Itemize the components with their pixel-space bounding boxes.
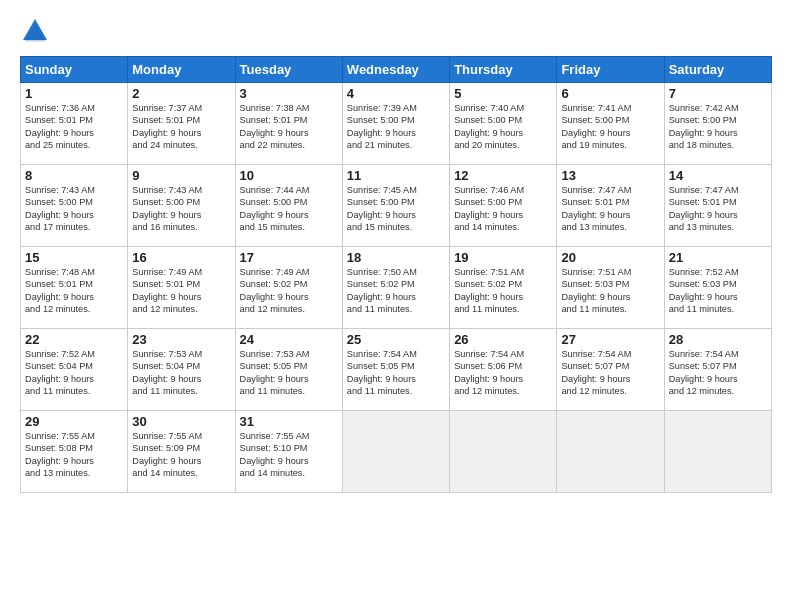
calendar-day-cell: 30Sunrise: 7:55 AM Sunset: 5:09 PM Dayli… — [128, 411, 235, 493]
calendar-day-cell: 3Sunrise: 7:38 AM Sunset: 5:01 PM Daylig… — [235, 83, 342, 165]
calendar-day-cell: 11Sunrise: 7:45 AM Sunset: 5:00 PM Dayli… — [342, 165, 449, 247]
day-number: 31 — [240, 414, 338, 429]
calendar-day-cell: 5Sunrise: 7:40 AM Sunset: 5:00 PM Daylig… — [450, 83, 557, 165]
day-number: 8 — [25, 168, 123, 183]
calendar-day-cell: 25Sunrise: 7:54 AM Sunset: 5:05 PM Dayli… — [342, 329, 449, 411]
weekday-header: Friday — [557, 57, 664, 83]
day-info: Sunrise: 7:44 AM Sunset: 5:00 PM Dayligh… — [240, 184, 338, 234]
day-info: Sunrise: 7:55 AM Sunset: 5:09 PM Dayligh… — [132, 430, 230, 480]
calendar-week-row: 1Sunrise: 7:36 AM Sunset: 5:01 PM Daylig… — [21, 83, 772, 165]
day-number: 2 — [132, 86, 230, 101]
calendar-day-cell: 6Sunrise: 7:41 AM Sunset: 5:00 PM Daylig… — [557, 83, 664, 165]
day-number: 25 — [347, 332, 445, 347]
page: SundayMondayTuesdayWednesdayThursdayFrid… — [0, 0, 792, 612]
calendar-day-cell: 1Sunrise: 7:36 AM Sunset: 5:01 PM Daylig… — [21, 83, 128, 165]
weekday-header: Sunday — [21, 57, 128, 83]
calendar-day-cell: 7Sunrise: 7:42 AM Sunset: 5:00 PM Daylig… — [664, 83, 771, 165]
calendar-day-cell: 18Sunrise: 7:50 AM Sunset: 5:02 PM Dayli… — [342, 247, 449, 329]
day-number: 26 — [454, 332, 552, 347]
day-info: Sunrise: 7:51 AM Sunset: 5:02 PM Dayligh… — [454, 266, 552, 316]
day-number: 16 — [132, 250, 230, 265]
day-number: 15 — [25, 250, 123, 265]
calendar-day-cell: 29Sunrise: 7:55 AM Sunset: 5:08 PM Dayli… — [21, 411, 128, 493]
day-number: 22 — [25, 332, 123, 347]
day-number: 11 — [347, 168, 445, 183]
day-info: Sunrise: 7:38 AM Sunset: 5:01 PM Dayligh… — [240, 102, 338, 152]
day-info: Sunrise: 7:49 AM Sunset: 5:02 PM Dayligh… — [240, 266, 338, 316]
calendar-day-cell: 21Sunrise: 7:52 AM Sunset: 5:03 PM Dayli… — [664, 247, 771, 329]
day-number: 29 — [25, 414, 123, 429]
calendar-week-row: 22Sunrise: 7:52 AM Sunset: 5:04 PM Dayli… — [21, 329, 772, 411]
calendar-header-row: SundayMondayTuesdayWednesdayThursdayFrid… — [21, 57, 772, 83]
day-number: 30 — [132, 414, 230, 429]
day-info: Sunrise: 7:36 AM Sunset: 5:01 PM Dayligh… — [25, 102, 123, 152]
calendar-day-cell: 24Sunrise: 7:53 AM Sunset: 5:05 PM Dayli… — [235, 329, 342, 411]
day-number: 6 — [561, 86, 659, 101]
weekday-header: Monday — [128, 57, 235, 83]
day-info: Sunrise: 7:42 AM Sunset: 5:00 PM Dayligh… — [669, 102, 767, 152]
day-number: 1 — [25, 86, 123, 101]
calendar-week-row: 8Sunrise: 7:43 AM Sunset: 5:00 PM Daylig… — [21, 165, 772, 247]
calendar-day-cell: 16Sunrise: 7:49 AM Sunset: 5:01 PM Dayli… — [128, 247, 235, 329]
calendar-day-cell — [557, 411, 664, 493]
calendar-day-cell: 28Sunrise: 7:54 AM Sunset: 5:07 PM Dayli… — [664, 329, 771, 411]
calendar-day-cell: 17Sunrise: 7:49 AM Sunset: 5:02 PM Dayli… — [235, 247, 342, 329]
day-number: 7 — [669, 86, 767, 101]
day-info: Sunrise: 7:41 AM Sunset: 5:00 PM Dayligh… — [561, 102, 659, 152]
weekday-header: Thursday — [450, 57, 557, 83]
day-info: Sunrise: 7:55 AM Sunset: 5:08 PM Dayligh… — [25, 430, 123, 480]
day-number: 19 — [454, 250, 552, 265]
day-info: Sunrise: 7:51 AM Sunset: 5:03 PM Dayligh… — [561, 266, 659, 316]
day-info: Sunrise: 7:50 AM Sunset: 5:02 PM Dayligh… — [347, 266, 445, 316]
day-info: Sunrise: 7:54 AM Sunset: 5:06 PM Dayligh… — [454, 348, 552, 398]
calendar-day-cell: 9Sunrise: 7:43 AM Sunset: 5:00 PM Daylig… — [128, 165, 235, 247]
day-number: 28 — [669, 332, 767, 347]
day-number: 5 — [454, 86, 552, 101]
day-info: Sunrise: 7:48 AM Sunset: 5:01 PM Dayligh… — [25, 266, 123, 316]
day-info: Sunrise: 7:46 AM Sunset: 5:00 PM Dayligh… — [454, 184, 552, 234]
day-info: Sunrise: 7:45 AM Sunset: 5:00 PM Dayligh… — [347, 184, 445, 234]
day-info: Sunrise: 7:49 AM Sunset: 5:01 PM Dayligh… — [132, 266, 230, 316]
calendar-day-cell: 4Sunrise: 7:39 AM Sunset: 5:00 PM Daylig… — [342, 83, 449, 165]
calendar-day-cell: 15Sunrise: 7:48 AM Sunset: 5:01 PM Dayli… — [21, 247, 128, 329]
calendar-day-cell — [342, 411, 449, 493]
weekday-header: Tuesday — [235, 57, 342, 83]
calendar-day-cell: 2Sunrise: 7:37 AM Sunset: 5:01 PM Daylig… — [128, 83, 235, 165]
day-info: Sunrise: 7:40 AM Sunset: 5:00 PM Dayligh… — [454, 102, 552, 152]
calendar-day-cell: 10Sunrise: 7:44 AM Sunset: 5:00 PM Dayli… — [235, 165, 342, 247]
day-info: Sunrise: 7:54 AM Sunset: 5:07 PM Dayligh… — [669, 348, 767, 398]
calendar-day-cell: 23Sunrise: 7:53 AM Sunset: 5:04 PM Dayli… — [128, 329, 235, 411]
day-number: 23 — [132, 332, 230, 347]
logo-icon — [20, 16, 50, 46]
day-number: 20 — [561, 250, 659, 265]
day-number: 24 — [240, 332, 338, 347]
calendar-day-cell: 13Sunrise: 7:47 AM Sunset: 5:01 PM Dayli… — [557, 165, 664, 247]
day-number: 12 — [454, 168, 552, 183]
day-info: Sunrise: 7:53 AM Sunset: 5:05 PM Dayligh… — [240, 348, 338, 398]
day-info: Sunrise: 7:47 AM Sunset: 5:01 PM Dayligh… — [669, 184, 767, 234]
day-info: Sunrise: 7:52 AM Sunset: 5:03 PM Dayligh… — [669, 266, 767, 316]
day-number: 14 — [669, 168, 767, 183]
calendar-day-cell: 26Sunrise: 7:54 AM Sunset: 5:06 PM Dayli… — [450, 329, 557, 411]
weekday-header: Saturday — [664, 57, 771, 83]
calendar-day-cell: 22Sunrise: 7:52 AM Sunset: 5:04 PM Dayli… — [21, 329, 128, 411]
header — [20, 16, 772, 46]
calendar-day-cell: 12Sunrise: 7:46 AM Sunset: 5:00 PM Dayli… — [450, 165, 557, 247]
day-number: 13 — [561, 168, 659, 183]
day-info: Sunrise: 7:54 AM Sunset: 5:07 PM Dayligh… — [561, 348, 659, 398]
calendar-week-row: 15Sunrise: 7:48 AM Sunset: 5:01 PM Dayli… — [21, 247, 772, 329]
calendar-day-cell — [664, 411, 771, 493]
day-number: 3 — [240, 86, 338, 101]
day-info: Sunrise: 7:52 AM Sunset: 5:04 PM Dayligh… — [25, 348, 123, 398]
day-number: 21 — [669, 250, 767, 265]
calendar-day-cell: 14Sunrise: 7:47 AM Sunset: 5:01 PM Dayli… — [664, 165, 771, 247]
calendar-day-cell: 8Sunrise: 7:43 AM Sunset: 5:00 PM Daylig… — [21, 165, 128, 247]
day-info: Sunrise: 7:55 AM Sunset: 5:10 PM Dayligh… — [240, 430, 338, 480]
calendar-day-cell: 27Sunrise: 7:54 AM Sunset: 5:07 PM Dayli… — [557, 329, 664, 411]
calendar-day-cell — [450, 411, 557, 493]
weekday-header: Wednesday — [342, 57, 449, 83]
calendar-week-row: 29Sunrise: 7:55 AM Sunset: 5:08 PM Dayli… — [21, 411, 772, 493]
calendar-day-cell: 20Sunrise: 7:51 AM Sunset: 5:03 PM Dayli… — [557, 247, 664, 329]
day-number: 4 — [347, 86, 445, 101]
day-info: Sunrise: 7:53 AM Sunset: 5:04 PM Dayligh… — [132, 348, 230, 398]
